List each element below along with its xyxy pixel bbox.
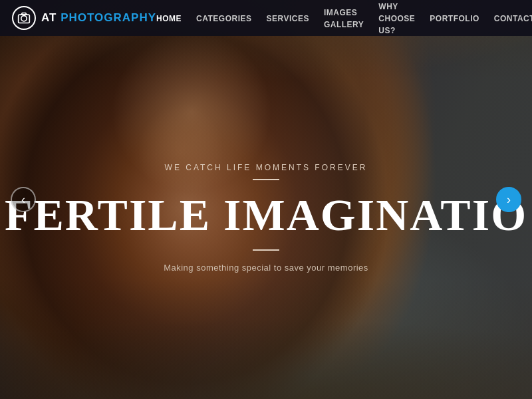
nav-link-services[interactable]: SERVICES <box>266 14 309 23</box>
nav-link-why[interactable]: WHY CHOOSE US? <box>378 2 415 35</box>
nav-link-home[interactable]: HOME <box>156 14 182 23</box>
navbar: AT PHOTOGRAPHY HOME CATEGORIES SERVICES … <box>0 0 532 36</box>
svg-point-0 <box>21 16 27 21</box>
nav-links: HOME CATEGORIES SERVICES IMAGES GALLERY … <box>156 0 532 36</box>
nav-item-gallery[interactable]: IMAGES GALLERY <box>324 6 364 30</box>
nav-item-contact[interactable]: CONTACT <box>494 12 532 24</box>
nav-link-portfolio[interactable]: PORTFOLIO <box>430 14 479 23</box>
logo-link[interactable]: AT PHOTOGRAPHY <box>12 6 156 30</box>
hero-title: FERTILE IMAGINATIO <box>5 192 527 237</box>
hero-section: AT PHOTOGRAPHY HOME CATEGORIES SERVICES … <box>0 0 532 399</box>
nav-item-portfolio[interactable]: PORTFOLIO <box>430 12 479 24</box>
nav-link-categories[interactable]: CATEGORIES <box>196 14 251 23</box>
nav-item-services[interactable]: SERVICES <box>266 12 309 24</box>
logo-text: AT PHOTOGRAPHY <box>41 11 156 25</box>
nav-item-home[interactable]: HOME <box>156 12 182 24</box>
nav-item-categories[interactable]: CATEGORIES <box>196 12 251 24</box>
hero-subtitle: Making something special to save your me… <box>164 263 368 273</box>
hero-tagline: WE CATCH LIFE MOMENTS FOREVER <box>165 163 368 172</box>
nav-link-gallery[interactable]: IMAGES GALLERY <box>324 8 364 29</box>
chevron-right-icon: › <box>507 193 511 207</box>
logo-at: AT <box>41 11 57 24</box>
hero-divider-top <box>253 179 279 180</box>
hero-divider-bottom <box>253 249 279 251</box>
next-slide-button[interactable]: › <box>496 187 521 212</box>
nav-link-contact[interactable]: CONTACT <box>494 14 532 23</box>
logo-icon <box>12 6 36 30</box>
chevron-left-icon: ‹ <box>21 193 25 207</box>
hero-content: WE CATCH LIFE MOMENTS FOREVER FERTILE IM… <box>0 0 532 399</box>
nav-item-why[interactable]: WHY CHOOSE US? <box>378 0 415 36</box>
logo-photography: PHOTOGRAPHY <box>61 11 156 24</box>
prev-slide-button[interactable]: ‹ <box>11 187 36 212</box>
